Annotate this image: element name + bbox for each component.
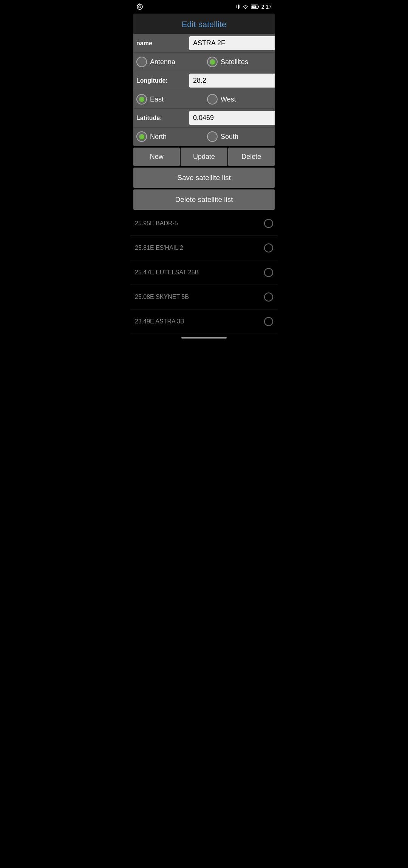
latitude-input[interactable] <box>189 111 275 125</box>
south-label: South <box>221 133 238 141</box>
wifi-icon <box>243 5 249 9</box>
east-label: East <box>150 95 164 103</box>
antenna-label: Antenna <box>150 58 175 66</box>
satellites-radio-dot <box>210 59 215 65</box>
west-label: West <box>221 95 236 103</box>
svg-point-1 <box>139 6 141 8</box>
svg-rect-6 <box>258 6 259 8</box>
north-option[interactable]: North <box>136 131 201 142</box>
latitude-row: Latitude: <box>133 109 275 128</box>
delete-button[interactable]: Delete <box>228 148 275 166</box>
satellite-item-radio[interactable] <box>264 317 273 326</box>
save-satellite-list-button[interactable]: Save satellite list <box>133 168 275 188</box>
longitude-label: Longitude: <box>136 77 189 84</box>
satellite-list: 25.95E BADR-5 25.81E ES'HAIL 2 25.47E EU… <box>130 211 278 334</box>
svg-point-3 <box>245 8 246 9</box>
delete-satellite-list-button[interactable]: Delete satellite list <box>133 189 275 210</box>
antenna-icon <box>136 3 143 10</box>
satellite-item[interactable]: 25.08E SKYNET 5B <box>130 285 278 309</box>
satellite-item[interactable]: 25.95E BADR-5 <box>130 211 278 236</box>
vibrate-icon <box>236 5 240 9</box>
antenna-satellites-row: Antenna Satellites <box>133 53 275 71</box>
battery-icon <box>251 5 259 9</box>
north-radio[interactable] <box>136 131 147 142</box>
longitude-input[interactable] <box>189 74 275 88</box>
satellite-item[interactable]: 25.47E EUTELSAT 25B <box>130 260 278 285</box>
satellite-item-radio[interactable] <box>264 268 273 277</box>
satellite-item[interactable]: 25.81E ES'HAIL 2 <box>130 236 278 260</box>
longitude-row: Longitude: <box>133 71 275 90</box>
east-option[interactable]: East <box>136 94 201 105</box>
status-bar: 2:17 <box>130 0 278 12</box>
action-buttons-row: New Update Delete <box>133 148 275 166</box>
satellite-item-name: 25.95E BADR-5 <box>135 220 178 227</box>
home-bar <box>181 337 227 339</box>
home-indicator <box>130 334 278 342</box>
satellites-option[interactable]: Satellites <box>207 57 272 67</box>
satellite-item[interactable]: 23.49E ASTRA 3B <box>130 309 278 334</box>
satellite-item-radio[interactable] <box>264 219 273 228</box>
name-row: name <box>133 34 275 53</box>
east-radio[interactable] <box>136 94 147 105</box>
time-display: 2:17 <box>261 4 272 10</box>
west-radio[interactable] <box>207 94 218 105</box>
north-radio-dot <box>139 134 144 139</box>
status-left <box>136 3 143 10</box>
east-west-row: East West <box>133 90 275 109</box>
satellite-item-name: 25.08E SKYNET 5B <box>135 294 189 300</box>
south-option[interactable]: South <box>207 131 272 142</box>
update-button[interactable]: Update <box>181 148 227 166</box>
antenna-option[interactable]: Antenna <box>136 57 201 67</box>
satellite-item-radio[interactable] <box>264 243 273 252</box>
antenna-radio[interactable] <box>136 57 147 67</box>
west-option[interactable]: West <box>207 94 272 105</box>
satellites-radio[interactable] <box>207 57 218 67</box>
dialog-title: Edit satellite <box>133 14 275 34</box>
svg-point-0 <box>137 4 142 9</box>
satellite-item-radio[interactable] <box>264 292 273 302</box>
north-south-row: North South <box>133 128 275 146</box>
new-button[interactable]: New <box>133 148 180 166</box>
satellite-item-name: 25.81E ES'HAIL 2 <box>135 245 183 251</box>
satellite-item-name: 25.47E EUTELSAT 25B <box>135 269 199 276</box>
name-input[interactable] <box>189 36 275 50</box>
satellites-label: Satellites <box>221 58 248 66</box>
south-radio[interactable] <box>207 131 218 142</box>
east-radio-dot <box>139 97 144 102</box>
north-label: North <box>150 133 167 141</box>
edit-satellite-dialog: Edit satellite name Antenna Satellites L… <box>133 14 275 146</box>
satellite-item-name: 23.49E ASTRA 3B <box>135 318 184 325</box>
name-label: name <box>136 40 189 47</box>
latitude-label: Latitude: <box>136 115 189 122</box>
status-right: 2:17 <box>236 4 272 10</box>
